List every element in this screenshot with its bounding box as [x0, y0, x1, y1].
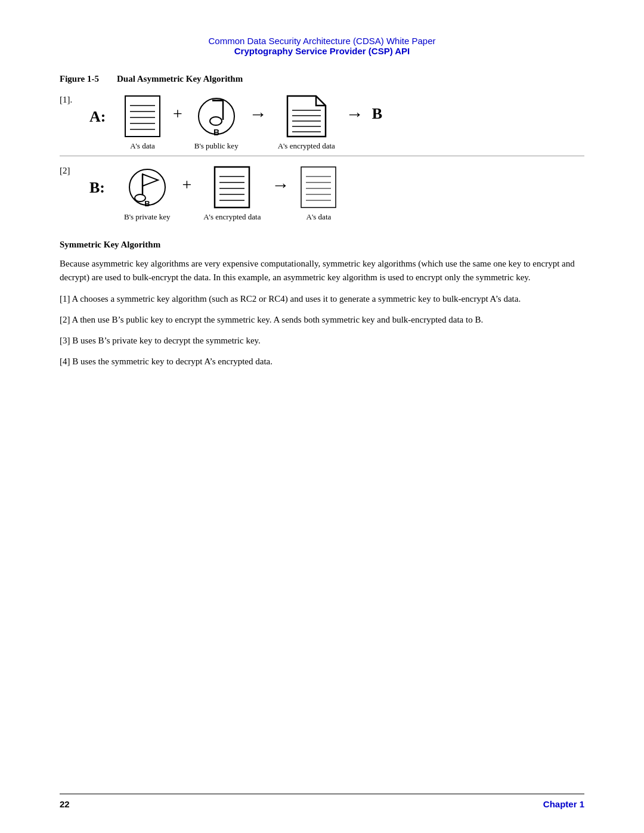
page-footer: 22 Chapter 1: [60, 794, 584, 809]
letter-a: A:: [89, 108, 117, 126]
letter-b: B:: [89, 179, 117, 197]
paragraph-1: Because asymmetric key algorithms are ve…: [60, 257, 584, 285]
paragraph-4: [3] B uses B’s private key to decrypt th…: [60, 334, 584, 348]
section-heading: Symmetric Key Algorithm: [60, 240, 584, 250]
footer-page-number: 22: [60, 799, 70, 809]
paragraph-2: [1] A chooses a symmetric key algorithm …: [60, 292, 584, 306]
doc-encrypted-a: A's encrypted data: [278, 95, 335, 151]
key-b-public: B B's public key: [194, 95, 239, 151]
arrow-b1: →: [271, 175, 289, 195]
doc-a-result: A's data: [300, 166, 337, 222]
doc-a-data: A's data: [124, 95, 161, 151]
doc-encrypted-b-svg: [213, 166, 250, 209]
diagram-divider: [60, 156, 584, 156]
row-a-items: A: A's data: [89, 95, 584, 151]
svg-text:B: B: [144, 199, 150, 208]
step-b-indicator: [2]: [60, 166, 89, 176]
svg-point-20: [135, 194, 145, 202]
header-line1: Common Data Security Architecture (CDSA)…: [60, 36, 584, 46]
diagram-row-b: [2] B:: [60, 161, 584, 222]
key-private-svg: B: [126, 166, 169, 209]
row-b-items: B:: [89, 166, 584, 222]
svg-marker-11: [287, 96, 326, 137]
figure-title: Dual Asymmetric Key Algorithm: [117, 74, 243, 84]
key-public-svg: B: [196, 95, 237, 138]
diagram-row-a: [1]. A:: [60, 95, 584, 161]
figure-caption: Figure 1-5 Dual Asymmetric Key Algorithm: [60, 74, 584, 84]
label-a-result: A's data: [306, 212, 332, 222]
svg-rect-6: [212, 100, 223, 101]
svg-point-8: [210, 117, 222, 125]
label-a-data: A's data: [130, 141, 155, 151]
key-b-private: B B's private key: [124, 166, 170, 222]
step-a-indicator: [1].: [60, 95, 89, 105]
svg-rect-22: [215, 167, 249, 208]
diagram-container: [1]. A:: [60, 95, 584, 222]
arrow-a1: →: [249, 104, 267, 124]
label-b-private: B's private key: [124, 212, 170, 222]
doc-result-svg: [300, 166, 337, 209]
svg-text:B: B: [213, 128, 219, 137]
header-line2: Cryptography Service Provider (CSP) API: [60, 46, 584, 56]
footer-chapter-label: Chapter 1: [543, 799, 584, 809]
doc-encrypted-b: A's encrypted data: [203, 166, 261, 222]
plus-a: +: [173, 104, 182, 123]
label-b-public: B's public key: [194, 141, 239, 151]
label-encrypted-a: A's encrypted data: [278, 141, 335, 151]
figure-label: Figure 1-5: [60, 74, 99, 84]
paragraph-3: [2] A then use B’s public key to encrypt…: [60, 313, 584, 327]
arrow-a2: →: [346, 104, 364, 124]
label-encrypted-b: A's encrypted data: [203, 212, 261, 222]
doc-encrypted-svg: [286, 95, 327, 138]
page-header: Common Data Security Architecture (CDSA)…: [60, 36, 584, 56]
end-b-label: B: [372, 105, 382, 123]
doc-a-svg: [124, 95, 161, 138]
paragraph-5: [4] B uses the symmetric key to decrypt …: [60, 355, 584, 368]
svg-rect-28: [301, 167, 336, 208]
plus-b: +: [182, 175, 191, 194]
page: Common Data Security Architecture (CDSA)…: [0, 0, 644, 833]
svg-rect-0: [125, 96, 160, 137]
